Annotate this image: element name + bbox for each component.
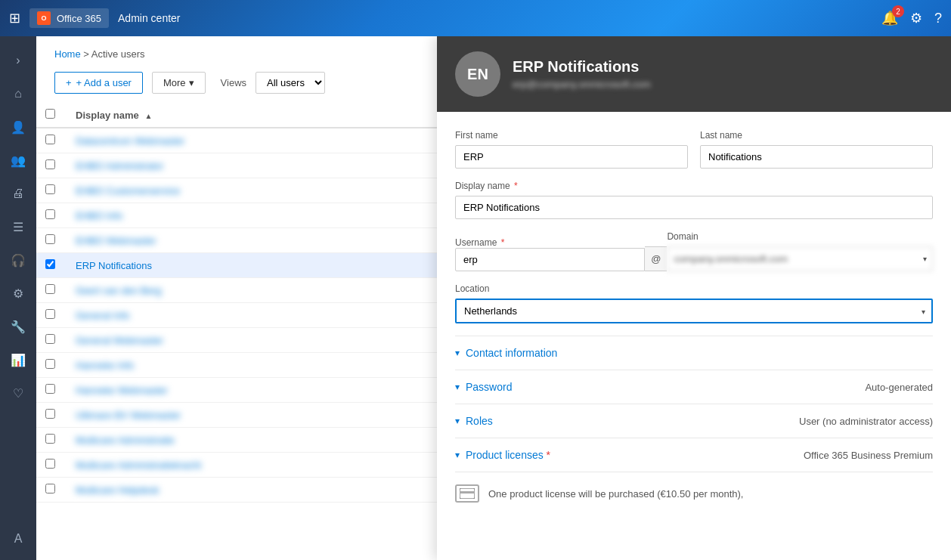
sidebar-item-settings[interactable]: ⚙ xyxy=(3,278,33,308)
breadcrumb-separator: > xyxy=(83,48,89,60)
username-required: * xyxy=(501,237,505,248)
user-display-name[interactable]: EHBO Info xyxy=(76,210,122,221)
sidebar-item-admin-centers[interactable]: A xyxy=(3,524,33,554)
user-detail-panel: EN ERP Notifications erp@company.onmicro… xyxy=(437,36,951,560)
panel-section-password[interactable]: ▾PasswordAuto-generated xyxy=(455,370,933,404)
row-checkbox[interactable] xyxy=(45,484,55,493)
last-name-input[interactable] xyxy=(700,145,933,169)
row-checkbox[interactable] xyxy=(45,409,55,419)
add-user-button[interactable]: + + Add a user xyxy=(54,72,143,94)
at-symbol: @ xyxy=(645,246,667,271)
user-display-name[interactable]: Geert van den Berg xyxy=(76,285,161,296)
panel-section-roles[interactable]: ▾RolesUser (no administrator access) xyxy=(455,404,933,438)
row-checkbox[interactable] xyxy=(45,334,55,344)
add-user-label: + Add a user xyxy=(76,77,132,88)
office-logo: O xyxy=(37,11,51,25)
more-button[interactable]: More ▾ xyxy=(152,72,206,94)
row-checkbox[interactable] xyxy=(45,284,55,294)
row-checkbox[interactable] xyxy=(45,234,55,244)
domain-select[interactable]: company.onmicrosoft.com xyxy=(667,246,933,271)
license-info-text: One product license will be purchased (€… xyxy=(488,488,743,500)
breadcrumb-current: Active users xyxy=(91,48,145,60)
panel-user-info: ERP Notifications erp@company.onmicrosof… xyxy=(513,58,651,90)
last-name-group: Last name xyxy=(700,130,933,169)
svg-rect-1 xyxy=(460,491,475,493)
user-display-name[interactable]: Multicare Administratie xyxy=(76,435,175,446)
sidebar-item-health[interactable]: ♡ xyxy=(3,378,33,408)
row-checkbox[interactable] xyxy=(45,359,55,369)
display-name-required: * xyxy=(514,181,518,191)
user-display-name[interactable]: General Info xyxy=(76,310,130,321)
sections-container: ▾Contact information▾PasswordAuto-genera… xyxy=(455,336,933,472)
views-select[interactable]: All users xyxy=(256,72,325,94)
select-all-checkbox[interactable] xyxy=(45,109,55,119)
user-display-name[interactable]: Datacentrum Webmaster xyxy=(76,135,184,147)
username-input[interactable] xyxy=(455,248,645,271)
panel-section-licenses[interactable]: ▾Product licenses *Office 365 Business P… xyxy=(455,438,933,472)
sidebar-expand-button[interactable]: › xyxy=(3,45,33,76)
first-name-input[interactable] xyxy=(455,145,688,169)
row-checkbox[interactable] xyxy=(45,259,55,269)
panel-section-contact[interactable]: ▾Contact information xyxy=(455,336,933,370)
chevron-down-icon: ▾ xyxy=(455,450,460,460)
domain-wrapper: company.onmicrosoft.com ▾ xyxy=(667,246,933,271)
sidebar-item-home[interactable]: ⌂ xyxy=(3,79,33,109)
section-title: Roles xyxy=(466,415,493,427)
sidebar-item-chart[interactable]: 📊 xyxy=(3,345,33,375)
sidebar-item-setup[interactable]: 🔧 xyxy=(3,311,33,342)
more-label: More xyxy=(163,77,186,88)
row-checkbox[interactable] xyxy=(45,135,55,144)
user-display-name[interactable]: General Webmaster xyxy=(76,335,163,346)
notification-icon[interactable]: 🔔 2 xyxy=(881,10,898,26)
panel-header: EN ERP Notifications erp@company.onmicro… xyxy=(437,36,951,112)
row-checkbox[interactable] xyxy=(45,209,55,219)
domain-label: Domain xyxy=(667,231,933,242)
license-info: One product license will be purchased (€… xyxy=(455,472,933,515)
sidebar: › ⌂ 👤 👥 🖨 ☰ 🎧 ⚙ 🔧 📊 ♡ A xyxy=(0,36,36,560)
user-display-name[interactable]: EHBO Webmaster xyxy=(76,235,156,246)
sidebar-item-billing[interactable]: ☰ xyxy=(3,212,33,242)
help-icon[interactable]: ? xyxy=(934,11,942,26)
grid-menu-icon[interactable]: ⊞ xyxy=(9,10,20,26)
username-domain-row: Username * @ Domain company.onmicrosoft.… xyxy=(455,231,933,271)
username-label: Username * xyxy=(455,237,504,248)
chevron-down-icon: ▾ xyxy=(455,382,460,392)
views-label: Views xyxy=(221,77,246,88)
user-display-name[interactable]: Multicare Administratiekracht xyxy=(76,459,201,471)
user-display-name[interactable]: ERP Notifications xyxy=(76,260,152,271)
section-title: Password xyxy=(466,381,512,393)
section-value: Auto-generated xyxy=(865,382,933,393)
row-checkbox[interactable] xyxy=(45,184,55,194)
section-title: Product licenses * xyxy=(466,449,550,461)
user-display-name[interactable]: Ultimare BV Webmaster xyxy=(76,410,181,421)
notification-badge: 2 xyxy=(892,5,904,17)
license-card-icon xyxy=(455,484,479,503)
sidebar-item-reports[interactable]: 🖨 xyxy=(3,178,33,209)
row-checkbox[interactable] xyxy=(45,384,55,394)
location-wrapper: Netherlands United States Germany Belgiu… xyxy=(455,299,933,323)
user-display-name[interactable]: Hanneke Info xyxy=(76,360,134,371)
admin-center-label: Admin center xyxy=(118,12,180,24)
panel-user-email: erp@company.onmicrosoft.com xyxy=(513,79,651,90)
chevron-down-icon: ▾ xyxy=(455,348,460,358)
user-display-name[interactable]: EHBO Customerservice xyxy=(76,185,180,196)
row-checkbox[interactable] xyxy=(45,434,55,444)
breadcrumb-home[interactable]: Home xyxy=(54,48,81,60)
user-display-name[interactable]: EHBO Administrator xyxy=(76,160,163,172)
sidebar-item-users[interactable]: 👤 xyxy=(3,112,33,142)
user-display-name[interactable]: Multicare Helpdesk xyxy=(76,484,160,496)
display-name-input[interactable] xyxy=(455,196,933,219)
row-checkbox[interactable] xyxy=(45,459,55,469)
section-value: Office 365 Business Premium xyxy=(804,450,933,461)
sidebar-item-support[interactable]: 🎧 xyxy=(3,245,33,275)
main-layout: › ⌂ 👤 👥 🖨 ☰ 🎧 ⚙ 🔧 📊 ♡ A Home > Active us… xyxy=(0,36,951,560)
name-field-row: First name Last name xyxy=(455,130,933,169)
location-select[interactable]: Netherlands United States Germany Belgiu… xyxy=(455,299,933,323)
add-user-icon: + xyxy=(66,77,72,88)
first-name-label: First name xyxy=(455,130,688,141)
row-checkbox[interactable] xyxy=(45,309,55,319)
user-display-name[interactable]: Hanneke Webmaster xyxy=(76,385,168,396)
settings-icon[interactable]: ⚙ xyxy=(910,10,922,26)
row-checkbox[interactable] xyxy=(45,159,55,169)
sidebar-item-groups[interactable]: 👥 xyxy=(3,145,33,175)
